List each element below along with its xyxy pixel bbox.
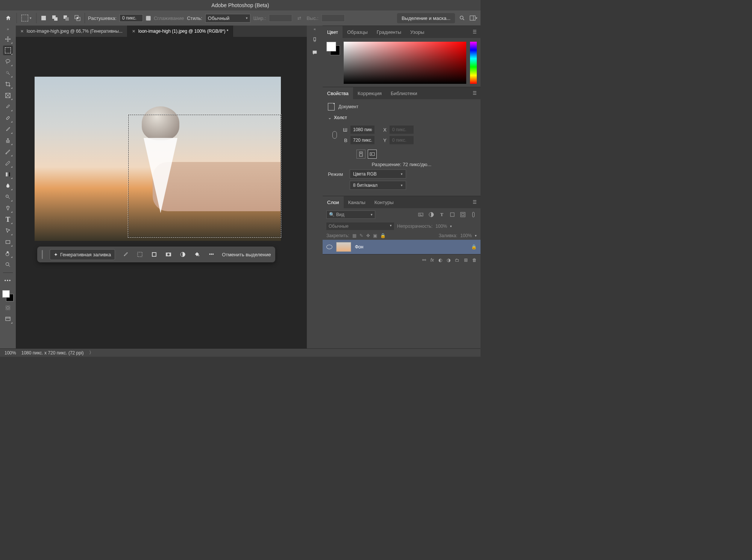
deselect-button[interactable]: Отменить выделение: [222, 252, 271, 257]
tab-gradients[interactable]: Градиенты: [372, 26, 406, 38]
document-tab[interactable]: ✕ loon-image-high.jpeg @ 66,7% (Генерати…: [16, 26, 127, 37]
layer-name[interactable]: Фон: [355, 244, 363, 250]
style-select[interactable]: Обычный ▾: [205, 14, 250, 23]
lock-position-icon[interactable]: ✥: [366, 233, 370, 238]
panel-menu-icon[interactable]: ☰: [473, 200, 481, 205]
lock-all-icon[interactable]: 🔒: [380, 233, 386, 238]
canvas-accordion[interactable]: ⌄ Холст: [328, 115, 475, 120]
comments-icon[interactable]: [311, 48, 319, 57]
chevron-right-icon[interactable]: 〉: [89, 350, 94, 356]
more-icon[interactable]: •••: [208, 251, 215, 258]
type-tool[interactable]: T: [3, 215, 13, 224]
eraser-tool[interactable]: [3, 158, 13, 168]
zoom-tool[interactable]: [3, 260, 13, 269]
blur-tool[interactable]: [3, 181, 13, 191]
rectangle-tool[interactable]: [3, 237, 13, 247]
brush-settings-icon[interactable]: [311, 36, 319, 44]
workspace-icon[interactable]: ▾: [469, 14, 478, 22]
stamp-tool[interactable]: [3, 136, 13, 145]
tab-channels[interactable]: Каналы: [344, 196, 370, 208]
canvas-stage[interactable]: ✦ Генеративная заливка ••• Отменить выде…: [16, 37, 307, 348]
layer-item[interactable]: Фон 🔒: [323, 240, 481, 254]
current-tool-indicator[interactable]: ▾: [20, 13, 33, 23]
history-brush-tool[interactable]: [3, 147, 13, 157]
crop-tool[interactable]: [3, 79, 13, 89]
delete-icon[interactable]: 🗑: [472, 257, 477, 263]
brush-tool[interactable]: [3, 124, 13, 134]
adjustment-layer-icon[interactable]: ◑: [447, 257, 450, 263]
healing-tool[interactable]: [3, 113, 13, 123]
fill-icon[interactable]: [193, 251, 201, 258]
color-mode-select[interactable]: Цвета RGB ▾: [350, 170, 406, 179]
tab-adjustments[interactable]: Коррекция: [353, 87, 386, 99]
canvas-width-input[interactable]: [350, 126, 374, 134]
lasso-tool[interactable]: [3, 57, 13, 67]
quick-select-tool[interactable]: [3, 68, 13, 78]
hand-tool[interactable]: [3, 248, 13, 258]
add-selection-icon[interactable]: [51, 14, 59, 22]
foreground-swatch[interactable]: [326, 42, 336, 51]
document-tab[interactable]: ✕ loon-image-high (1).jpeg @ 100% (RGB/8…: [127, 26, 233, 37]
group-icon[interactable]: 🗀: [455, 257, 459, 263]
filter-shape-icon[interactable]: [449, 211, 456, 218]
tab-properties[interactable]: Свойства: [323, 87, 353, 99]
new-layer-icon[interactable]: ⊞: [464, 257, 468, 263]
layer-thumbnail[interactable]: [336, 242, 351, 252]
intersect-selection-icon[interactable]: [73, 14, 82, 22]
lock-icon[interactable]: 🔒: [471, 244, 477, 250]
close-icon[interactable]: ✕: [20, 29, 24, 34]
move-tool[interactable]: [3, 34, 13, 44]
quick-mask-icon[interactable]: [3, 303, 13, 313]
lock-artboard-icon[interactable]: ▣: [373, 233, 377, 238]
expand-tools-icon[interactable]: »: [7, 27, 9, 31]
gradient-tool[interactable]: [3, 170, 13, 179]
generative-fill-button[interactable]: ✦ Генеративная заливка: [50, 249, 115, 260]
tab-paths[interactable]: Контуры: [370, 196, 398, 208]
filter-toggle[interactable]: [470, 211, 477, 218]
feather-input[interactable]: [120, 14, 143, 22]
collapse-icon[interactable]: «: [314, 27, 316, 31]
home-button[interactable]: [3, 13, 14, 23]
filter-smart-icon[interactable]: [459, 211, 466, 218]
bit-depth-select[interactable]: 8 бит/канал ▾: [350, 181, 406, 190]
invert-selection-icon[interactable]: [150, 251, 158, 258]
fx-icon[interactable]: fx: [431, 257, 434, 263]
screen-mode-icon[interactable]: [3, 314, 13, 324]
pen-tool[interactable]: [3, 203, 13, 213]
tab-color[interactable]: Цвет: [323, 26, 343, 38]
color-field[interactable]: [344, 42, 466, 84]
panel-menu-icon[interactable]: ☰: [473, 91, 481, 96]
close-icon[interactable]: ✕: [132, 29, 135, 34]
tab-patterns[interactable]: Узоры: [406, 26, 429, 38]
link-layers-icon[interactable]: ⚯: [422, 257, 426, 263]
edit-toolbar-icon[interactable]: •••: [3, 276, 13, 286]
zoom-level[interactable]: 100%: [5, 350, 16, 356]
filter-pixel-icon[interactable]: [417, 211, 424, 218]
subtract-selection-icon[interactable]: [62, 14, 70, 22]
brush-icon[interactable]: [122, 251, 129, 258]
color-swatches[interactable]: [326, 42, 340, 55]
adjustment-icon[interactable]: [179, 251, 186, 258]
marquee-tool[interactable]: [3, 45, 13, 55]
filter-type-icon[interactable]: T: [438, 211, 445, 218]
canvas-height-input[interactable]: [350, 136, 374, 144]
visibility-icon[interactable]: [326, 245, 332, 249]
portrait-button[interactable]: [356, 150, 365, 159]
lock-paint-icon[interactable]: ✎: [359, 233, 363, 238]
selection-marquee[interactable]: [128, 114, 281, 238]
new-selection-icon[interactable]: [39, 14, 48, 22]
modify-selection-icon[interactable]: [136, 251, 144, 258]
dodge-tool[interactable]: [3, 192, 13, 202]
tab-layers[interactable]: Слои: [323, 196, 344, 208]
mask-icon[interactable]: ◐: [438, 257, 442, 263]
filter-adjust-icon[interactable]: [428, 211, 435, 218]
panel-menu-icon[interactable]: ☰: [473, 29, 481, 35]
layer-filter-select[interactable]: 🔍 Вид ▾: [326, 210, 375, 219]
search-icon[interactable]: [458, 14, 466, 22]
tab-libraries[interactable]: Библиотеки: [386, 87, 421, 99]
drag-handle-icon[interactable]: [42, 250, 43, 259]
tab-swatches[interactable]: Образцы: [343, 26, 372, 38]
mask-icon[interactable]: [165, 251, 172, 258]
select-and-mask-button[interactable]: Выделение и маска...: [397, 13, 455, 23]
path-select-tool[interactable]: [3, 226, 13, 236]
